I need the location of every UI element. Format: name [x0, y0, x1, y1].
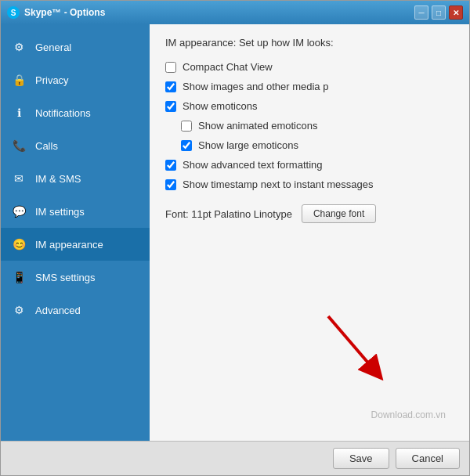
window-controls: ─ □ ✕ [414, 5, 463, 20]
watermark-area: Download.com.vn [165, 236, 454, 428]
options-window: S Skype™ - Options ─ □ ✕ ⚙ General 🔒 Pri… [0, 0, 470, 476]
show-timestamp-row: Show timestamp next to instant messages [165, 178, 454, 190]
sidebar-item-im-settings[interactable]: 💬 IM settings [1, 195, 150, 228]
show-timestamp-checkbox[interactable] [165, 179, 176, 190]
minimize-button[interactable]: ─ [414, 5, 428, 20]
show-images-row: Show images and other media p [165, 81, 454, 92]
sidebar-label-privacy: Privacy [35, 74, 69, 86]
show-animated-emoticons-label: Show animated emoticons [198, 120, 317, 132]
sidebar-label-im-sms: IM & SMS [35, 173, 81, 185]
compact-chat-view-row: Compact Chat View [165, 61, 454, 73]
im-sms-icon: ✉ [10, 170, 27, 187]
main-content: ⚙ General 🔒 Privacy ℹ Notifications 📞 Ca… [1, 24, 469, 441]
compact-chat-view-checkbox[interactable] [165, 62, 176, 73]
show-images-checkbox[interactable] [165, 81, 176, 92]
show-timestamp-label: Show timestamp next to instant messages [183, 178, 374, 190]
sidebar-label-advanced: Advanced [35, 305, 81, 316]
sms-settings-icon: 📱 [10, 269, 27, 286]
show-advanced-text-label: Show advanced text formatting [183, 159, 323, 171]
show-images-label: Show images and other media p [183, 81, 328, 92]
watermark-text: Download.com.vn [371, 409, 446, 420]
save-button[interactable]: Save [333, 448, 389, 469]
sidebar-item-sms-settings[interactable]: 📱 SMS settings [1, 261, 150, 294]
change-font-button[interactable]: Change font [302, 204, 376, 223]
show-large-emoticons-label: Show large emoticons [198, 139, 298, 151]
show-large-emoticons-row: Show large emoticons [181, 139, 454, 151]
show-emoticons-checkbox[interactable] [165, 101, 176, 112]
sidebar-item-general[interactable]: ⚙ General [1, 31, 150, 63]
show-emoticons-row: Show emoticons [165, 100, 454, 112]
calls-icon: 📞 [10, 137, 27, 154]
sidebar-label-im-appearance: IM appearance [35, 239, 103, 251]
close-button[interactable]: ✕ [449, 5, 463, 20]
font-label: Font: 11pt Palatino Linotype [165, 208, 292, 220]
app-icon: S [7, 6, 20, 19]
im-settings-icon: 💬 [10, 203, 27, 220]
sidebar-item-im-appearance[interactable]: 😊 IM appearance [1, 228, 150, 261]
sidebar-label-notifications: Notifications [35, 107, 91, 119]
show-emoticons-label: Show emoticons [183, 100, 257, 112]
footer: Save Cancel [1, 441, 469, 475]
sidebar-label-im-settings: IM settings [35, 206, 85, 218]
im-appearance-icon: 😊 [10, 236, 27, 253]
show-advanced-text-checkbox[interactable] [165, 160, 176, 171]
sidebar-label-sms-settings: SMS settings [35, 272, 96, 283]
main-panel: IM appearance: Set up how IM looks: Comp… [150, 24, 469, 441]
sidebar-item-notifications[interactable]: ℹ Notifications [1, 96, 150, 129]
sidebar: ⚙ General 🔒 Privacy ℹ Notifications 📞 Ca… [1, 24, 150, 441]
cancel-button[interactable]: Cancel [396, 448, 460, 469]
show-animated-emoticons-checkbox[interactable] [181, 121, 192, 132]
options-section: Compact Chat View Show images and other … [165, 61, 454, 223]
window-title: Skype™ - Options [24, 7, 414, 18]
sidebar-label-calls: Calls [35, 140, 58, 152]
arrow-annotation [313, 308, 391, 389]
sidebar-item-privacy[interactable]: 🔒 Privacy [1, 63, 150, 96]
privacy-icon: 🔒 [10, 71, 27, 88]
show-large-emoticons-checkbox[interactable] [181, 140, 192, 151]
general-icon: ⚙ [10, 38, 27, 56]
sidebar-item-im-sms[interactable]: ✉ IM & SMS [1, 162, 150, 195]
section-title: IM appearance: Set up how IM looks: [165, 37, 454, 49]
title-bar: S Skype™ - Options ─ □ ✕ [1, 1, 469, 24]
sidebar-label-general: General [35, 41, 71, 53]
advanced-icon: ⚙ [10, 301, 27, 319]
sidebar-item-advanced[interactable]: ⚙ Advanced [1, 294, 150, 326]
show-advanced-text-row: Show advanced text formatting [165, 159, 454, 171]
notifications-icon: ℹ [10, 104, 27, 121]
compact-chat-view-label: Compact Chat View [183, 61, 273, 73]
show-animated-emoticons-row: Show animated emoticons [181, 120, 454, 132]
font-row: Font: 11pt Palatino Linotype Change font [165, 204, 454, 223]
maximize-button[interactable]: □ [432, 5, 446, 20]
sidebar-item-calls[interactable]: 📞 Calls [1, 129, 150, 162]
svg-line-1 [328, 316, 375, 371]
